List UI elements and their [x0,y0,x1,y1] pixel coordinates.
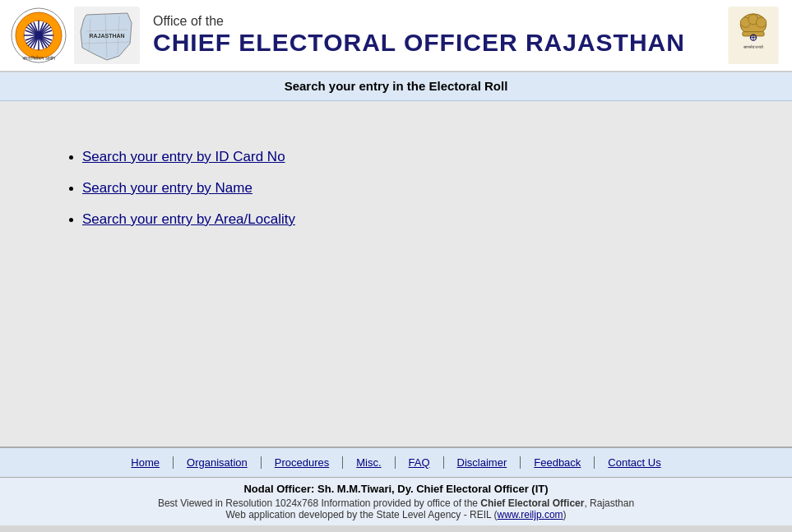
svg-point-29 [757,17,767,27]
svg-text:सत्यमेव जयते: सत्यमेव जयते [743,44,763,49]
list-item: Search your entry by Name [82,180,743,197]
nav-faq-link[interactable]: FAQ [396,456,444,469]
svg-text:भारत निर्वाचन आयोग: भारत निर्वाचन आयोग [22,55,56,61]
india-emblem-icon: सत्यमेव जयते [725,7,782,64]
nav-procedures-link[interactable]: Procedures [262,456,343,469]
page-nav-bar: Search your entry in the Electoral Roll [0,72,792,101]
search-options-list: Search your entry by ID Card No Search y… [49,149,743,228]
eci-logo-icon: भारत निर्वाचन आयोग [10,7,67,64]
list-item: Search your entry by ID Card No [82,149,743,165]
credit-line1: Best Viewed in Resolution 1024x768 Infor… [158,497,480,509]
credit-text-2: Web application developed by the State L… [8,509,784,520]
footer-nav: Home Organisation Procedures Misc. FAQ D… [0,448,792,478]
search-by-id-link[interactable]: Search your entry by ID Card No [82,149,285,164]
nav-misc-link[interactable]: Misc. [343,456,395,469]
rajasthan-map-icon: RAJASTHAN [74,7,140,64]
page-footer: Home Organisation Procedures Misc. FAQ D… [0,446,792,525]
search-by-name-link[interactable]: Search your entry by Name [82,180,252,196]
main-content: Search your entry by ID Card No Search y… [0,101,792,446]
svg-text:RAJASTHAN: RAJASTHAN [89,33,124,39]
credit-line3: Web application developed by the State L… [225,509,497,520]
reil-link[interactable]: www.reiljp.com [498,509,563,520]
credit-bold: Chief Electoral Officer [480,497,584,509]
header-title-block: Office of the CHIEF ELECTORAL OFFICER RA… [140,14,725,57]
office-of-text: Office of the [153,14,725,29]
nav-contact-link[interactable]: Contact Us [595,456,674,469]
page-header: भारत निर्वाचन आयोग RAJASTHAN Office of t… [0,0,792,72]
nav-feedback-link[interactable]: Feedback [521,456,595,469]
nodal-text: Nodal Officer: Sh. M.M.Tiwari, Dy. Chief… [8,483,784,495]
header-logos: भारत निर्वाचन आयोग RAJASTHAN [10,7,140,64]
credit-text: Best Viewed in Resolution 1024x768 Infor… [8,497,784,509]
list-item: Search your entry by Area/Locality [82,211,743,228]
nav-organisation-link[interactable]: Organisation [174,456,262,469]
svg-point-15 [35,31,43,39]
nav-disclaimer-link[interactable]: Disclaimer [444,456,521,469]
credit-line2: , Rajasthan [584,497,634,509]
nav-bar-title: Search your entry in the Electoral Roll [285,79,508,93]
nav-home-link[interactable]: Home [118,456,174,469]
footer-info: Nodal Officer: Sh. M.M.Tiwari, Dy. Chief… [0,478,792,525]
search-by-area-link[interactable]: Search your entry by Area/Locality [82,211,295,227]
credit-close: ) [563,509,567,520]
main-title-text: CHIEF ELECTORAL OFFICER RAJASTHAN [153,29,725,57]
